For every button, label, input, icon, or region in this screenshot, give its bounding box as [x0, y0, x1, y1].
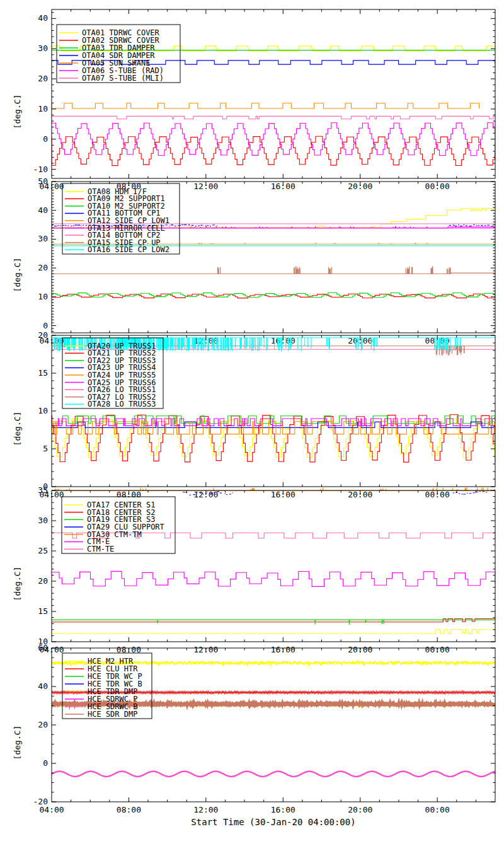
- series-OTA02: [52, 136, 495, 165]
- y-tick-label: 40: [38, 206, 48, 215]
- y-axis-label: [deg.C]: [13, 258, 22, 292]
- y-axis-label: [deg.C]: [13, 412, 22, 446]
- panel-5: -200204060[deg.C]04:0008:0012:0016:0020:…: [13, 643, 495, 814]
- legend-label: CTM-TE: [87, 545, 114, 553]
- panel-1: -10010203040[deg.C]04:0008:0012:0016:002…: [13, 9, 495, 191]
- series-OTA22: [52, 416, 495, 424]
- series-OTA15x: [218, 267, 451, 274]
- x-tick-label: 20:00: [348, 805, 372, 814]
- legend: OTA17 CENTER S1OTA18 CENTER S2OTA19 CENT…: [62, 497, 175, 553]
- y-tick-label: 15: [38, 368, 48, 378]
- telemetry-figure: -10010203040[deg.C]04:0008:0012:0016:002…: [0, 0, 504, 851]
- y-tick-label: 30: [38, 43, 48, 53]
- y-tick-label: -10: [33, 165, 48, 174]
- y-tick-label: 40: [38, 13, 48, 23]
- legend-label: OTA16 SIDE CP LOW2: [88, 245, 169, 254]
- y-tick-label: 10: [38, 406, 48, 415]
- y-tick-label: 35: [38, 485, 48, 495]
- x-tick-label: 12:00: [193, 805, 218, 814]
- y-tick-label: 25: [38, 546, 48, 555]
- y-tick-label: 20: [38, 720, 48, 729]
- x-tick-label: 04:00: [39, 805, 64, 814]
- series-CTM-E: [52, 571, 495, 586]
- x-tick-label: 16:00: [271, 805, 295, 814]
- panel-3: 05101520[deg.C]04:0008:0012:0016:0020:00…: [13, 330, 495, 499]
- panel-2: 01020304050[deg.C]04:0008:0012:0016:0020…: [13, 177, 495, 345]
- y-tick-label: 50: [38, 177, 48, 186]
- y-axis-label: [deg.C]: [13, 726, 22, 760]
- x-tick-label: 00:00: [425, 805, 450, 814]
- y-tick-label: 20: [38, 263, 48, 272]
- y-tick-label: 20: [38, 74, 48, 83]
- y-tick-label: 10: [38, 292, 48, 301]
- y-axis-label: [deg.C]: [13, 567, 22, 601]
- legend: OTA01 TDRWC COVEROTA02 SDRWC COVEROTA03 …: [57, 25, 180, 83]
- y-tick-label: 60: [38, 643, 48, 652]
- y-axis-label: [deg.C]: [13, 95, 22, 129]
- multi-panel-plot: -10010203040[deg.C]04:0008:0012:0016:002…: [0, 0, 504, 851]
- y-tick-label: 40: [38, 681, 48, 691]
- y-tick-label: 0: [43, 321, 48, 330]
- series-OTA07: [52, 116, 495, 119]
- x-axis-title: Start Time (30-Jan-20 04:00:00): [52, 817, 495, 827]
- legend-label: OTA07 S-TUBE (MLI): [82, 74, 164, 83]
- y-tick-label: 5: [43, 444, 48, 453]
- legend-label: OTA28 LO TRUSS3: [88, 400, 156, 408]
- legend: OTA08 HDM I/FOTA09 M2 SUPPORT1OTA10 M2 S…: [62, 183, 180, 254]
- legend: OTA20 UP TRUSS1OTA21 UP TRUSS2OTA22 UP T…: [62, 338, 163, 408]
- legend-label: HCE SDR DMP: [88, 710, 137, 719]
- series-OTA18: [52, 619, 495, 622]
- y-tick-label: 0: [43, 758, 48, 768]
- series-OTA06: [52, 123, 495, 156]
- series-OTA17: [52, 630, 495, 634]
- series-OTA05: [52, 103, 479, 108]
- y-tick-label: 30: [38, 516, 48, 525]
- y-tick-label: 0: [43, 134, 48, 144]
- series-OTA15: [52, 273, 495, 274]
- y-tick-label: 20: [38, 330, 48, 340]
- panel-4: 101520253035[deg.C]04:0008:0012:0016:002…: [13, 485, 495, 654]
- x-tick-label: 08:00: [117, 805, 141, 814]
- y-tick-label: 20: [38, 576, 48, 586]
- y-tick-label: 30: [38, 234, 48, 243]
- y-tick-label: 10: [38, 104, 48, 113]
- y-tick-label: 15: [38, 606, 48, 616]
